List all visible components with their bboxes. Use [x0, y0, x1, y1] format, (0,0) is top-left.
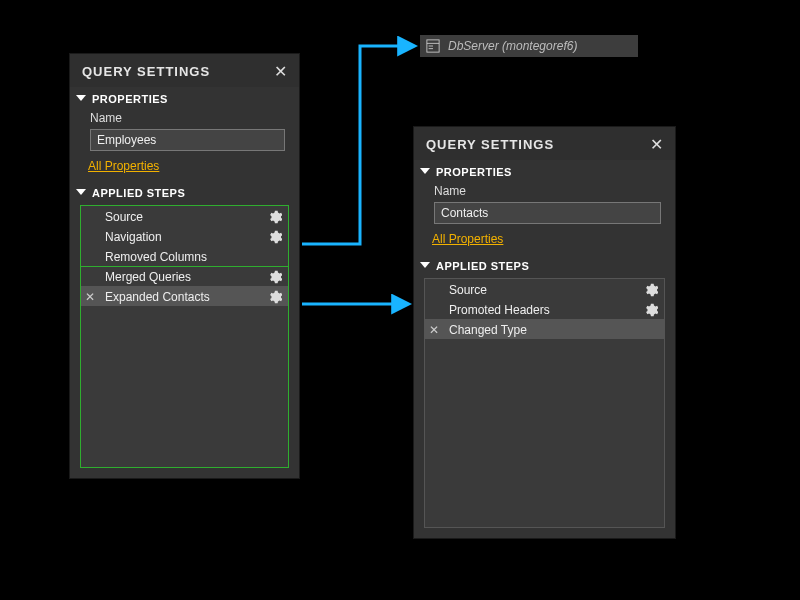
caret-down-icon — [76, 95, 86, 101]
gear-icon[interactable] — [268, 230, 282, 244]
query-name-input[interactable] — [434, 202, 661, 224]
delete-step-icon[interactable]: ✕ — [85, 290, 95, 304]
properties-header-label: PROPERTIES — [92, 93, 168, 105]
applied-step-row[interactable]: ✕Expanded Contacts — [81, 286, 288, 306]
step-label: Changed Type — [449, 323, 527, 337]
caret-down-icon — [76, 189, 86, 195]
db-server-label: DbServer (montegoref6) — [448, 39, 577, 53]
gear-icon[interactable] — [268, 290, 282, 304]
applied-step-row[interactable]: Promoted Headers — [425, 299, 664, 319]
all-properties-link[interactable]: All Properties — [70, 151, 159, 181]
gear-icon[interactable] — [268, 270, 282, 284]
properties-header-label: PROPERTIES — [436, 166, 512, 178]
delete-step-icon[interactable]: ✕ — [429, 323, 439, 337]
query-name-input[interactable] — [90, 129, 285, 151]
applied-steps-header-label: APPLIED STEPS — [92, 187, 185, 199]
step-label: Source — [449, 283, 487, 297]
applied-step-row[interactable]: Source — [425, 279, 664, 299]
step-label: Navigation — [105, 230, 162, 244]
all-properties-link[interactable]: All Properties — [414, 224, 503, 254]
name-field-label: Name — [70, 109, 299, 129]
caret-down-icon — [420, 262, 430, 268]
applied-steps-list: SourcePromoted Headers✕Changed Type — [424, 278, 665, 528]
step-label: Removed Columns — [105, 250, 207, 264]
step-label: Source — [105, 210, 143, 224]
panel-title-text: QUERY SETTINGS — [426, 137, 554, 152]
db-server-chip[interactable]: DbServer (montegoref6) — [420, 35, 638, 57]
panel-title-text: QUERY SETTINGS — [82, 64, 210, 79]
query-settings-panel-left: QUERY SETTINGS ✕ PROPERTIES Name All Pro… — [69, 53, 300, 479]
applied-step-row[interactable]: Navigation — [81, 226, 288, 246]
caret-down-icon — [420, 168, 430, 174]
database-icon — [426, 39, 440, 53]
applied-step-row[interactable]: Merged Queries — [81, 266, 288, 286]
step-label: Expanded Contacts — [105, 290, 210, 304]
close-icon[interactable]: ✕ — [649, 138, 663, 152]
panel-title-bar: QUERY SETTINGS ✕ — [70, 54, 299, 87]
applied-step-row[interactable]: Removed Columns — [81, 246, 288, 266]
applied-steps-header-label: APPLIED STEPS — [436, 260, 529, 272]
applied-step-row[interactable]: ✕Changed Type — [425, 319, 664, 339]
name-field-label: Name — [414, 182, 675, 202]
applied-steps-section-header[interactable]: APPLIED STEPS — [414, 254, 675, 276]
applied-steps-list: SourceNavigationRemoved ColumnsMerged Qu… — [80, 205, 289, 468]
panel-title-bar: QUERY SETTINGS ✕ — [414, 127, 675, 160]
gear-icon[interactable] — [644, 283, 658, 297]
close-icon[interactable]: ✕ — [273, 65, 287, 79]
properties-section-header[interactable]: PROPERTIES — [70, 87, 299, 109]
properties-section-header[interactable]: PROPERTIES — [414, 160, 675, 182]
applied-steps-section-header[interactable]: APPLIED STEPS — [70, 181, 299, 203]
gear-icon[interactable] — [268, 210, 282, 224]
query-settings-panel-right: QUERY SETTINGS ✕ PROPERTIES Name All Pro… — [413, 126, 676, 539]
applied-step-row[interactable]: Source — [81, 206, 288, 226]
gear-icon[interactable] — [644, 303, 658, 317]
step-label: Merged Queries — [105, 270, 191, 284]
step-label: Promoted Headers — [449, 303, 550, 317]
